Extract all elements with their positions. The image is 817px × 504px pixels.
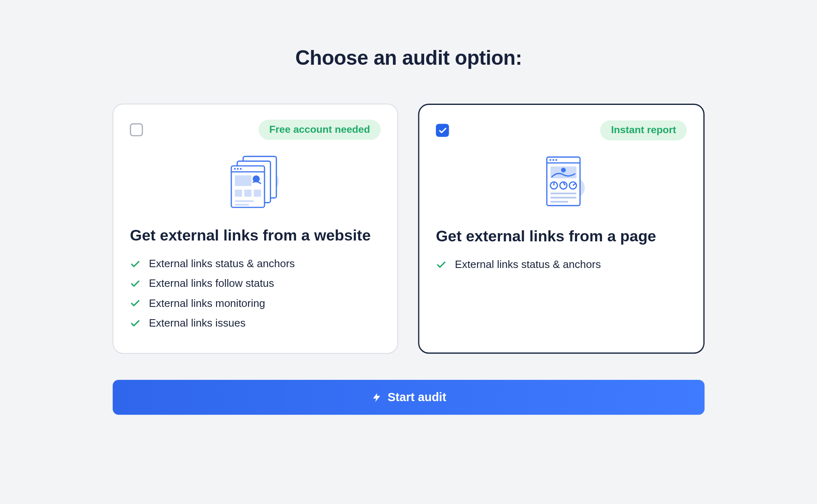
feature-label: External links status & anchors — [455, 255, 601, 275]
option-card-page[interactable]: Instant report — [418, 104, 704, 354]
svg-point-18 — [549, 159, 551, 161]
svg-rect-12 — [253, 190, 260, 197]
svg-rect-29 — [550, 193, 576, 194]
svg-rect-31 — [550, 201, 568, 202]
svg-point-20 — [555, 159, 557, 161]
svg-point-22 — [561, 168, 566, 173]
check-icon — [436, 259, 447, 270]
svg-point-6 — [237, 168, 238, 170]
feature-list: External links status & anchors External… — [130, 254, 381, 333]
feature-item: External links status & anchors — [130, 254, 381, 274]
check-icon — [130, 259, 141, 269]
card-title: Get external links from a page — [436, 227, 687, 245]
feature-list: External links status & anchors — [436, 255, 687, 275]
card-title: Get external links from a website — [130, 226, 381, 245]
card-header: Free account needed — [130, 120, 381, 140]
svg-rect-14 — [235, 204, 249, 205]
svg-rect-13 — [235, 200, 253, 202]
feature-label: External links follow status — [149, 274, 274, 293]
svg-point-5 — [234, 168, 235, 170]
option-card-website[interactable]: Free account needed — [113, 104, 398, 354]
card-header: Instant report — [436, 120, 687, 141]
svg-rect-30 — [550, 197, 576, 198]
feature-item: External links follow status — [130, 274, 381, 293]
badge-free-account: Free account needed — [258, 120, 381, 140]
feature-label: External links monitoring — [149, 294, 265, 313]
check-icon — [130, 279, 141, 289]
feature-item: External links issues — [130, 313, 381, 333]
lightning-icon — [371, 392, 382, 403]
page-title: Choose an audit option: — [0, 46, 817, 69]
feature-label: External links issues — [149, 313, 246, 333]
check-icon — [130, 318, 141, 329]
svg-point-19 — [552, 159, 554, 161]
cta-label: Start audit — [388, 390, 446, 404]
checkbox-unchecked[interactable] — [130, 123, 143, 136]
feature-label: External links status & anchors — [149, 254, 295, 274]
option-cards: Free account needed — [0, 104, 817, 354]
check-icon — [438, 126, 447, 135]
svg-point-7 — [240, 168, 241, 170]
svg-rect-11 — [244, 190, 251, 197]
cta-row: Start audit — [0, 354, 817, 415]
feature-item: External links status & anchors — [436, 255, 687, 275]
start-audit-button[interactable]: Start audit — [113, 380, 705, 415]
single-page-icon — [436, 154, 687, 219]
checkbox-checked[interactable] — [436, 124, 449, 137]
svg-rect-8 — [235, 175, 251, 186]
feature-item: External links monitoring — [130, 294, 381, 313]
website-pages-icon — [130, 153, 381, 218]
badge-instant-report: Instant report — [600, 120, 687, 141]
svg-rect-10 — [235, 190, 242, 197]
check-icon — [130, 298, 141, 309]
